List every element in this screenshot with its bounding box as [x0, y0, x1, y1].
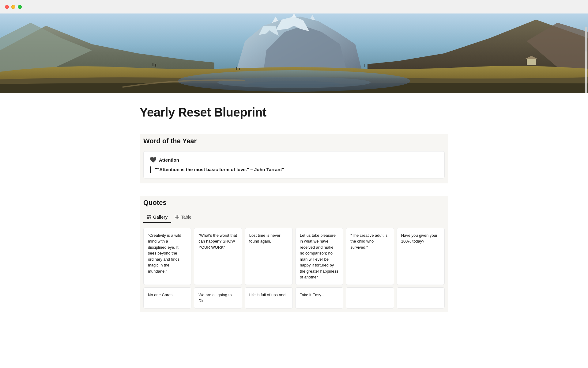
blockquote-container: ""Attention is the most basic form of lo…	[150, 166, 438, 173]
svg-rect-28	[175, 215, 179, 219]
view-tabs: Gallery Table	[143, 213, 445, 223]
tab-gallery-label: Gallery	[153, 215, 168, 220]
close-button[interactable]	[5, 5, 9, 9]
minimize-button[interactable]	[11, 5, 15, 9]
gallery-icon	[147, 215, 151, 220]
gallery-grid-row1: "Creativity is a wild mind with a discip…	[143, 228, 445, 285]
svg-rect-18	[239, 68, 240, 70]
blockquote-bar	[150, 166, 151, 173]
tab-table[interactable]: Table	[171, 213, 195, 223]
main-content: Yearly Reset Blueprint Word of the Year …	[0, 13, 588, 324]
gallery-card-3[interactable]: Lost time is never found again.	[245, 228, 293, 285]
svg-rect-27	[150, 217, 152, 219]
word-label: Attention	[159, 157, 179, 163]
svg-rect-20	[527, 59, 536, 65]
svg-rect-19	[364, 64, 365, 67]
gallery-card-7[interactable]: No one Cares!	[143, 287, 191, 309]
gallery-card-2[interactable]: "What's the worst that can happen? SHOW …	[194, 228, 242, 285]
gallery-card-12[interactable]	[397, 287, 445, 309]
table-icon	[175, 215, 179, 220]
svg-rect-26	[147, 217, 149, 219]
svg-rect-15	[153, 63, 153, 66]
word-of-year-title-row: Word of the Year	[143, 134, 445, 151]
tab-table-label: Table	[181, 215, 191, 220]
svg-rect-23	[585, 27, 587, 52]
quotes-title-row: Quotes	[143, 196, 445, 213]
svg-rect-25	[149, 215, 151, 217]
gallery-card-10[interactable]: Take it Easy....	[295, 287, 343, 309]
tab-gallery[interactable]: Gallery	[143, 213, 171, 223]
svg-rect-16	[155, 64, 156, 67]
gallery-card-6[interactable]: Have you given your 100% today?	[397, 228, 445, 285]
quotes-heading: Quotes	[143, 199, 445, 207]
gallery-card-8[interactable]: We are all going to Die	[194, 287, 242, 309]
gallery-card-11[interactable]	[346, 287, 394, 309]
gallery-grid-row2: No one Cares! We are all going to Die Li…	[143, 287, 445, 309]
svg-rect-17	[236, 67, 237, 70]
word-card[interactable]: 🖤 Attention ""Attention is the most basi…	[143, 151, 445, 178]
page-title: Yearly Reset Blueprint	[140, 105, 448, 119]
word-card-header: 🖤 Attention	[150, 156, 438, 163]
maximize-button[interactable]	[18, 5, 22, 9]
blockquote-text: ""Attention is the most basic form of lo…	[155, 166, 284, 173]
hero-image	[0, 13, 588, 93]
gallery-card-4[interactable]: Let us take pleasure in what we have rec…	[295, 228, 343, 285]
word-of-year-section: Word of the Year 🖤 Attention ""Attention…	[140, 134, 448, 183]
gallery-card-1[interactable]: "Creativity is a wild mind with a discip…	[143, 228, 191, 285]
svg-point-14	[248, 81, 340, 87]
gallery-card-5[interactable]: "The creative adult is the child who sur…	[346, 228, 394, 285]
page-content: Yearly Reset Blueprint Word of the Year …	[110, 93, 478, 324]
heart-icon: 🖤	[150, 156, 156, 163]
titlebar	[0, 0, 588, 13]
gallery-card-9[interactable]: Life is full of ups and	[245, 287, 293, 309]
quotes-section: Quotes Gallery	[140, 196, 448, 312]
word-of-year-heading: Word of the Year	[143, 137, 445, 145]
svg-rect-24	[147, 215, 149, 217]
